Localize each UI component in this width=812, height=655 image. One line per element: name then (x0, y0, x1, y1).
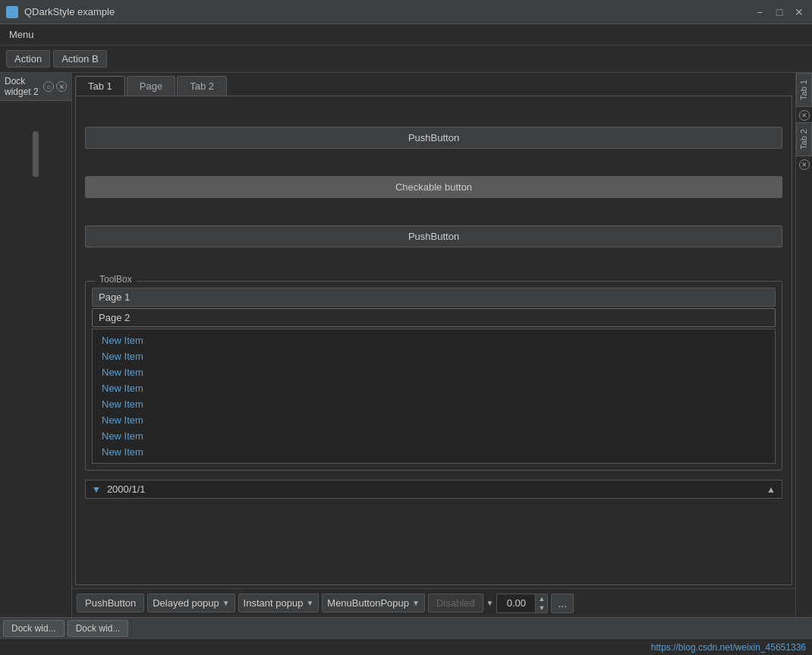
more-button[interactable]: ... (551, 594, 574, 613)
right-tab-1[interactable]: Tab 1 (796, 73, 812, 107)
toolbox-list-item-3[interactable]: New Item (93, 380, 775, 396)
date-dropdown-arrow: ▼ (92, 484, 101, 495)
spin-up-button[interactable]: ▲ (535, 594, 547, 603)
maximize-button[interactable]: □ (773, 5, 786, 19)
spacer-3 (85, 204, 782, 219)
toolbar-action-2[interactable]: Action B (53, 50, 106, 68)
tab-page[interactable]: Page (127, 76, 175, 96)
dock-widget-2-close-button[interactable]: ✕ (56, 81, 67, 92)
tab-content-area: PushButton Checkable button PushButton T… (75, 96, 792, 585)
left-dock: Dock widget 2 ○ ✕ (0, 73, 72, 617)
bottom-toolbar: PushButton Delayed popup ▼ Instant popup… (72, 588, 795, 617)
toolbox-list-item-6[interactable]: New Item (93, 428, 775, 444)
toolbox-list-item-5[interactable]: New Item (93, 412, 775, 428)
spacer-4 (85, 253, 782, 269)
spin-box-value: 0.00 (497, 594, 535, 612)
checkable-button[interactable]: Checkable button (85, 176, 782, 198)
main-content: Dock widget 2 ○ ✕ Tab 1 Page Tab 2 PushB… (0, 73, 812, 617)
push-button-1[interactable]: PushButton (85, 127, 782, 149)
right-tab-2[interactable]: Tab 2 (796, 122, 812, 156)
main-tab-bar: Tab 1 Page Tab 2 (72, 73, 795, 96)
status-bar: https://blog.csdn.net/weixin_45651336 (0, 638, 812, 655)
tab-tab2[interactable]: Tab 2 (177, 76, 227, 96)
menu-item-menu[interactable]: Menu (0, 27, 43, 43)
menu-bar: Menu (0, 24, 812, 46)
right-tab-1-close[interactable]: ✕ (799, 110, 810, 121)
window-controls: − □ ✕ (753, 5, 806, 19)
bottom-dock-tab-2[interactable]: Dock wid... (68, 620, 129, 637)
toolbox-list-item-2[interactable]: New Item (93, 364, 775, 380)
date-up-arrow: ▲ (766, 484, 776, 495)
toolbox-group: ToolBox Page 1 Page 2 New Item New Item … (85, 281, 782, 471)
push-button-2[interactable]: PushButton (85, 225, 782, 247)
spin-box-buttons: ▲ ▼ (535, 594, 547, 612)
right-tab-1-label: Tab 1 (799, 80, 808, 100)
minimize-button[interactable]: − (753, 5, 766, 19)
bottom-push-button[interactable]: PushButton (77, 594, 144, 612)
instant-popup-arrow: ▼ (306, 599, 313, 607)
dock-widget-2-float-button[interactable]: ○ (43, 81, 54, 92)
menu-button-popup-label: MenuButtonPopup (327, 597, 409, 609)
right-tab-2-label: Tab 2 (799, 129, 808, 150)
delayed-popup-dropdown[interactable]: Delayed popup ▼ (147, 594, 234, 612)
dock-widget-2-header: Dock widget 2 ○ ✕ (0, 73, 71, 101)
toolbar: Action Action B (0, 46, 812, 73)
dock-widget-2-title: Dock widget 2 (5, 76, 43, 97)
spin-down-button[interactable]: ▼ (535, 603, 547, 612)
spin-box: 0.00 ▲ ▼ (496, 594, 548, 613)
toolbox-legend: ToolBox (95, 274, 137, 285)
date-picker-row[interactable]: ▼ 2000/1/1 ▲ (85, 480, 782, 499)
title-bar: QDarkStyle example − □ ✕ (0, 0, 812, 24)
toolbox-list-item-0[interactable]: New Item (93, 332, 775, 348)
right-tabs: Tab 1 ✕ Tab 2 ✕ (795, 73, 812, 617)
bottom-dock: Dock wid... Dock wid... (0, 617, 812, 638)
window-title: QDarkStyle example (24, 6, 115, 17)
app-icon (6, 6, 18, 18)
menu-button-popup-arrow: ▼ (412, 599, 420, 607)
disabled-button: Disabled (428, 594, 483, 612)
instant-popup-label: Instant popup (244, 597, 304, 609)
spinbox-down-arrow[interactable]: ▼ (486, 599, 494, 607)
title-bar-left: QDarkStyle example (6, 6, 115, 18)
dock-widget-2-buttons: ○ ✕ (43, 81, 67, 92)
toolbox-list-item-1[interactable]: New Item (93, 348, 775, 364)
menu-button-popup-dropdown[interactable]: MenuButtonPopup ▼ (322, 594, 425, 612)
delayed-popup-arrow: ▼ (222, 599, 230, 607)
toolbar-action-1[interactable]: Action (6, 50, 50, 68)
dock-widget-2-body (0, 101, 71, 617)
toolbox-page2[interactable]: Page 2 (92, 308, 776, 327)
toolbox-page1[interactable]: Page 1 (92, 288, 776, 307)
right-tab-2-close[interactable]: ✕ (799, 159, 810, 170)
instant-popup-dropdown[interactable]: Instant popup ▼ (238, 594, 319, 612)
status-bar-url: https://blog.csdn.net/weixin_45651336 (651, 642, 806, 653)
spacer-1 (85, 105, 782, 121)
bottom-dock-tab-1[interactable]: Dock wid... (3, 620, 65, 637)
date-value: 2000/1/1 (107, 483, 766, 495)
delayed-popup-label: Delayed popup (153, 597, 219, 609)
toolbox-list-item-7[interactable]: New Item (93, 444, 775, 460)
toolbox-list-item-4[interactable]: New Item (93, 396, 775, 412)
main-tab-container: Tab 1 Page Tab 2 PushButton Checkable bu… (72, 73, 795, 588)
dock-handle (33, 131, 39, 177)
close-button[interactable]: ✕ (792, 5, 806, 19)
tab-tab1[interactable]: Tab 1 (75, 76, 125, 96)
toolbox-item-list: New Item New Item New Item New Item New … (92, 329, 776, 464)
center-area: Tab 1 Page Tab 2 PushButton Checkable bu… (72, 73, 795, 617)
spacer-2 (85, 155, 782, 170)
